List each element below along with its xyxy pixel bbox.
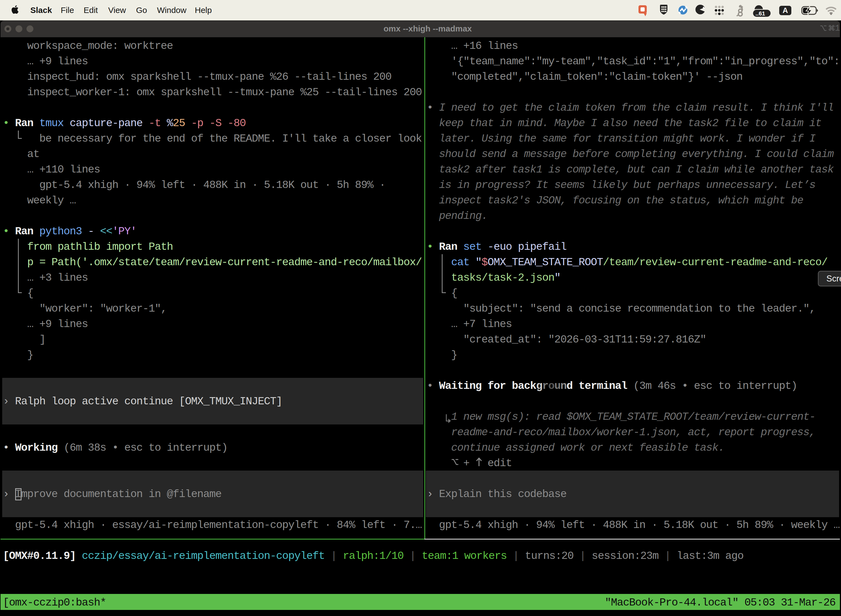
svg-text:..61: ..61 xyxy=(756,10,765,16)
